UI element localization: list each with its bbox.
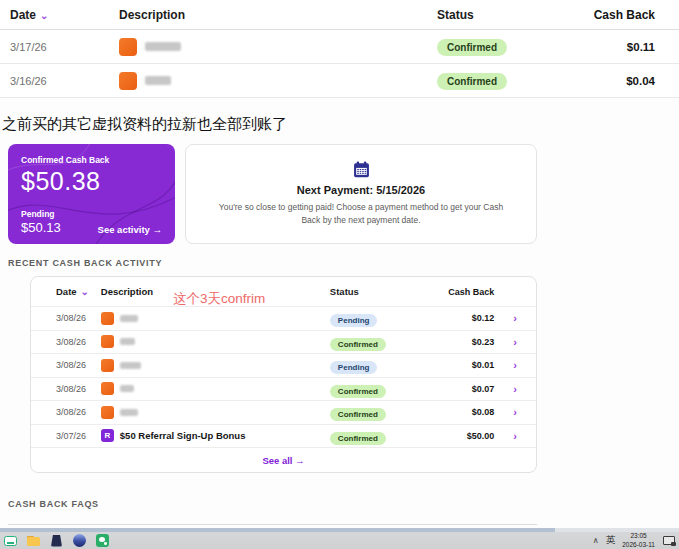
row-date: 3/08/26 [31,360,101,370]
recent-activity-section-title: RECENT CASH BACK ACTIVITY [0,244,679,276]
row-description [101,335,330,348]
row-description [119,72,437,90]
row-description [101,359,330,372]
status-badge: Confirmed [330,385,386,398]
column-header-date[interactable]: Date⌄ [0,8,119,22]
redacted-merchant-name [120,362,141,369]
chevron-right-icon[interactable]: › [494,430,536,442]
column-header-status: Status [437,8,557,22]
column-header-status: Status [330,286,445,297]
faq-section-title: CASH BACK FAQS [0,473,679,517]
status-badge: Confirmed [330,432,386,445]
merchant-logo-icon [119,72,137,90]
activity-row[interactable]: 3/08/26 Confirmed $0.23 › [31,331,536,355]
pending-label: Pending [21,209,61,219]
column-header-date[interactable]: Date⌄ [31,286,101,297]
referral-bonus-icon: R [101,429,114,442]
column-header-cashback: Cash Back [444,287,494,297]
row-date: 3/08/26 [31,337,101,347]
activity-row[interactable]: 3/08/26 Confirmed $0.07 › [31,378,536,402]
cards-row: Confirmed Cash Back $50.38 Pending $50.1… [0,144,679,244]
clock-time: 23:05 [622,532,655,540]
merchant-logo-icon [101,382,114,395]
activity-row[interactable]: 3/07/26 R$50 Referral Sign-Up Bonus Conf… [31,425,536,449]
cashback-summary-card: Confirmed Cash Back $50.38 Pending $50.1… [8,144,175,244]
see-activity-link[interactable]: See activity → [98,224,162,235]
chevron-right-icon[interactable]: › [494,383,536,395]
row-amount: $50.00 [444,431,494,441]
tray-chevron-up-icon[interactable]: ∧ [593,536,599,545]
row-amount: $0.11 [557,41,679,53]
date-sort-chevron-icon[interactable]: ⌄ [81,286,89,297]
redacted-merchant-name [145,76,171,85]
clock-date: 2026-03-11 [622,541,655,549]
top-cashback-table: Date⌄ Description Status Cash Back 3/17/… [0,0,679,98]
confirmed-cashback-label: Confirmed Cash Back [21,155,162,165]
cashback-dashboard-page: Date⌄ Description Status Cash Back 3/17/… [0,0,679,549]
row-status: Pending [330,309,445,327]
chevron-right-icon[interactable]: › [494,359,536,371]
column-header-cashback: Cash Back [557,8,679,22]
chevron-right-icon[interactable]: › [494,336,536,348]
activity-header-row: Date⌄ Description Status Cash Back [31,277,536,307]
row-date: 3/08/26 [31,313,101,323]
row-amount: $0.07 [444,384,494,394]
calendar-icon [353,161,370,178]
date-sort-chevron-icon[interactable]: ⌄ [40,10,48,21]
row-status: Confirmed [330,333,445,351]
taskbar-screen-share-icon[interactable] [4,534,17,547]
status-badge: Confirmed [330,338,386,351]
chevron-right-icon[interactable]: › [494,312,536,324]
row-description: R$50 Referral Sign-Up Bonus [101,429,330,442]
round-blue-app-icon[interactable] [73,534,86,547]
row-date: 3/16/26 [0,75,119,87]
row-amount: $0.08 [444,407,494,417]
notification-display-icon[interactable] [662,534,675,547]
row-status: Confirmed [330,403,445,421]
merchant-logo-icon [101,359,114,372]
merchant-logo-icon [101,312,114,325]
row-amount: $0.01 [444,360,494,370]
row-date: 3/08/26 [31,384,101,394]
row-amount: $0.23 [444,337,494,347]
table-row[interactable]: 3/16/26 Confirmed $0.04 [0,64,679,98]
table-row[interactable]: 3/17/26 Confirmed $0.11 [0,30,679,64]
wechat-icon[interactable] [96,534,109,547]
row-amount: $0.04 [557,75,679,87]
next-payment-title: Next Payment: 5/15/2026 [297,184,425,196]
pending-amount: $50.13 [21,220,61,235]
recent-activity-table: 这个3天confrim Date⌄ Description Status Cas… [30,276,537,473]
activity-row[interactable]: 3/08/26 Pending $0.01 › [31,354,536,378]
file-explorer-folder-icon[interactable] [27,534,40,547]
merchant-logo-icon [119,38,137,56]
see-all-link[interactable]: See all → [31,448,536,472]
redacted-merchant-name [120,338,135,345]
redacted-merchant-name [145,42,181,51]
row-description [101,312,330,325]
red-annotation-text: 这个3天confrim [173,290,265,308]
taskbar-clock[interactable]: 23:05 2026-03-11 [622,532,655,548]
row-amount: $0.12 [444,313,494,323]
next-payment-body: You're so close to getting paid! Choose … [212,201,510,227]
row-description [101,406,330,419]
status-badge: Confirmed [330,408,386,421]
column-header-description: Description [119,8,437,22]
ime-language-indicator[interactable]: 英 [606,534,616,547]
status-badge: Pending [330,361,378,374]
activity-row[interactable]: 3/08/26 Confirmed $0.08 › [31,401,536,425]
row-status: Confirmed [437,37,557,56]
dark-app-icon[interactable] [50,534,63,547]
chevron-right-icon[interactable]: › [494,406,536,418]
row-description [119,38,437,56]
redacted-merchant-name [120,315,138,322]
merchant-logo-icon [101,406,114,419]
status-badge: Confirmed [437,73,507,90]
chinese-annotation-text: 之前买的其它虚拟资料的拉新也全部到账了 [0,98,679,144]
merchant-logo-icon [101,335,114,348]
row-date: 3/08/26 [31,407,101,417]
activity-row[interactable]: 3/08/26 Pending $0.12 › [31,307,536,331]
row-date: 3/17/26 [0,41,119,53]
row-status: Confirmed [330,427,445,445]
redacted-merchant-name [120,385,134,392]
row-description-text: $50 Referral Sign-Up Bonus [120,430,246,441]
